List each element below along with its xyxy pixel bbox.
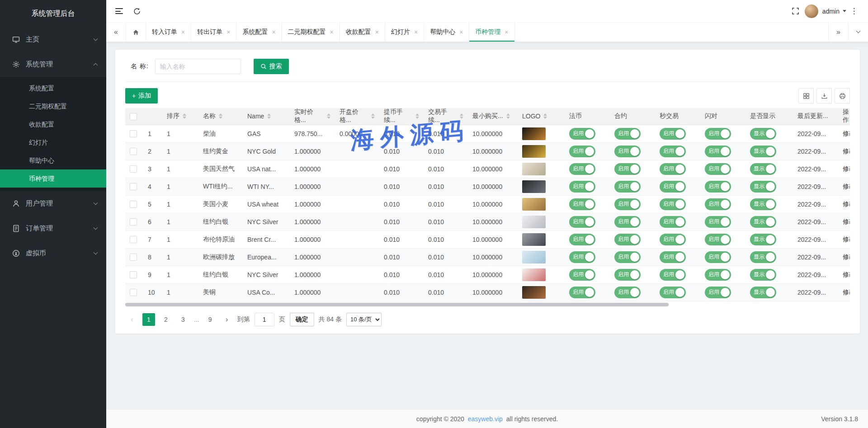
show-toggle[interactable]: 显示 [750, 251, 776, 263]
heyue-toggle[interactable]: 启用 [614, 216, 641, 228]
tab-close-icon[interactable]: × [375, 28, 379, 36]
edit-link[interactable]: 修改 [843, 235, 850, 243]
shandui-toggle[interactable]: 启用 [705, 216, 731, 228]
tab-item[interactable]: 转入订单× [146, 23, 191, 42]
miao-toggle[interactable]: 启用 [660, 198, 686, 210]
row-checkbox[interactable] [130, 130, 137, 137]
heyue-toggle[interactable]: 启用 [614, 269, 641, 281]
edit-link[interactable]: 修改 [843, 200, 850, 207]
page-size-select[interactable]: 10 条/页 [346, 313, 382, 326]
tab-close-icon[interactable]: × [330, 28, 334, 36]
columns-filter-button[interactable] [798, 88, 814, 103]
sidebar-subitem[interactable]: 幻灯片 [0, 133, 106, 151]
heyue-toggle[interactable]: 启用 [614, 146, 641, 157]
heyue-toggle[interactable]: 启用 [614, 234, 641, 245]
sidebar-item-crypto[interactable]: 虚拟币 [0, 241, 106, 266]
fabi-toggle[interactable]: 启用 [569, 146, 595, 157]
prev-page-button[interactable]: ‹ [126, 313, 138, 326]
show-toggle[interactable]: 显示 [750, 146, 776, 157]
search-button[interactable]: 搜索 [254, 59, 289, 74]
sort-icon[interactable] [183, 113, 186, 119]
heyue-toggle[interactable]: 启用 [614, 198, 641, 210]
sidebar-subitem[interactable]: 二元期权配置 [0, 97, 106, 115]
show-toggle[interactable]: 显示 [750, 287, 776, 298]
tab-close-icon[interactable]: × [181, 28, 185, 36]
show-toggle[interactable]: 显示 [750, 163, 776, 175]
sidebar-subitem[interactable]: 帮助中心 [0, 151, 106, 169]
column-header-withdraw_fee[interactable]: 提币手续... [379, 108, 424, 125]
miao-toggle[interactable]: 启用 [660, 146, 686, 157]
tab-close-icon[interactable]: × [226, 28, 230, 36]
sort-icon[interactable] [371, 113, 375, 119]
edit-link[interactable]: 修改 [843, 271, 850, 278]
shandui-toggle[interactable]: 启用 [705, 251, 731, 263]
tab-item[interactable]: 幻灯片× [385, 23, 424, 42]
scrollbar-thumb[interactable] [125, 303, 669, 306]
fabi-toggle[interactable]: 启用 [569, 181, 595, 193]
tab-active[interactable]: 币种管理× [469, 23, 514, 42]
miao-toggle[interactable]: 启用 [660, 181, 686, 193]
row-checkbox[interactable] [130, 201, 137, 208]
page-button[interactable]: 2 [160, 313, 172, 326]
sort-icon[interactable] [219, 113, 222, 119]
sort-icon[interactable] [506, 113, 510, 119]
tab-item[interactable]: 转出订单× [191, 23, 236, 42]
edit-link[interactable]: 修改 [843, 147, 850, 155]
tabs-scroll-left-button[interactable]: « [106, 23, 126, 42]
sidebar-subitem[interactable]: 收款配置 [0, 115, 106, 133]
shandui-toggle[interactable]: 启用 [705, 163, 731, 175]
page-button[interactable]: 3 [177, 313, 189, 326]
row-checkbox[interactable] [130, 148, 137, 155]
column-header-open[interactable]: 开盘价格... [335, 108, 379, 125]
edit-link[interactable]: 修改 [843, 288, 850, 296]
sidebar-subitem[interactable]: 系统配置 [0, 79, 106, 97]
tabs-dropdown-button[interactable] [848, 23, 868, 41]
show-toggle[interactable]: 显示 [750, 216, 776, 228]
username-label[interactable]: admin [822, 8, 840, 15]
export-button[interactable] [816, 88, 832, 103]
shandui-toggle[interactable]: 启用 [705, 128, 731, 140]
fabi-toggle[interactable]: 启用 [569, 128, 595, 140]
miao-toggle[interactable]: 启用 [660, 269, 686, 281]
refresh-icon[interactable] [128, 0, 146, 23]
fabi-toggle[interactable]: 启用 [569, 269, 595, 281]
miao-toggle[interactable]: 启用 [660, 163, 686, 175]
row-checkbox[interactable] [130, 254, 137, 261]
easyweb-link[interactable]: easyweb.vip [468, 415, 503, 423]
column-header-name_cn[interactable]: 名称 [198, 108, 243, 125]
tab-item[interactable]: 帮助中心× [424, 23, 469, 42]
row-checkbox[interactable] [130, 165, 137, 173]
miao-toggle[interactable]: 启用 [660, 251, 686, 263]
edit-link[interactable]: 修改 [843, 183, 850, 190]
tab-home-button[interactable] [126, 23, 146, 42]
sort-icon[interactable] [415, 113, 419, 119]
tab-close-icon[interactable]: × [414, 28, 418, 36]
fabi-toggle[interactable]: 启用 [569, 198, 595, 210]
show-toggle[interactable]: 显示 [750, 181, 776, 193]
tab-item[interactable]: 系统配置× [236, 23, 282, 42]
miao-toggle[interactable]: 启用 [660, 234, 686, 245]
shandui-toggle[interactable]: 启用 [705, 198, 731, 210]
shandui-toggle[interactable]: 启用 [705, 146, 731, 157]
miao-toggle[interactable]: 启用 [660, 128, 686, 140]
tabs-scroll-right-button[interactable]: » [828, 23, 848, 41]
page-button[interactable]: 1 [142, 313, 155, 326]
shandui-toggle[interactable]: 启用 [705, 181, 731, 193]
tab-close-icon[interactable]: × [459, 28, 463, 36]
miao-toggle[interactable]: 启用 [660, 287, 686, 298]
row-checkbox[interactable] [130, 218, 137, 226]
add-button[interactable]: + 添加 [125, 88, 158, 103]
sidebar-item-orders[interactable]: 订单管理 [0, 216, 106, 241]
miao-toggle[interactable]: 启用 [660, 216, 686, 228]
show-toggle[interactable]: 显示 [750, 269, 776, 281]
row-checkbox[interactable] [130, 289, 137, 296]
column-header-sort[interactable]: 排序 [162, 108, 198, 125]
tab-item[interactable]: 收款配置× [340, 23, 385, 42]
page-button[interactable]: 9 [204, 313, 217, 326]
heyue-toggle[interactable]: 启用 [614, 181, 641, 193]
search-input[interactable] [155, 59, 241, 74]
heyue-toggle[interactable]: 启用 [614, 287, 641, 298]
fabi-toggle[interactable]: 启用 [569, 216, 595, 228]
user-avatar[interactable] [805, 5, 818, 18]
next-page-button[interactable]: › [221, 313, 233, 326]
